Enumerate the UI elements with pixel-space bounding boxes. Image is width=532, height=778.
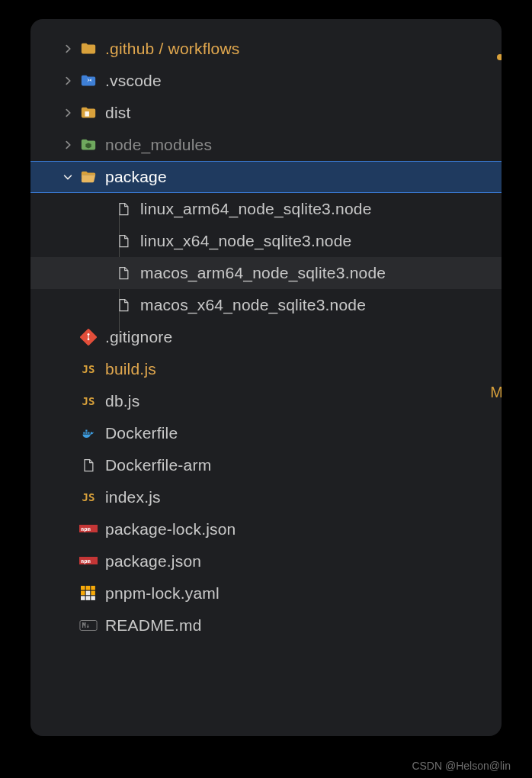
- tree-file[interactable]: .gitignore: [30, 321, 502, 353]
- svg-rect-22: [91, 596, 95, 600]
- tree-item-label: README.md: [105, 616, 202, 635]
- svg-rect-16: [91, 586, 95, 590]
- chevron-right-icon[interactable]: [61, 42, 75, 56]
- file-icon: [114, 264, 133, 282]
- folder-open-icon: [79, 168, 98, 186]
- npm-icon: npm: [79, 552, 98, 571]
- tree-item-label: dist: [105, 104, 130, 122]
- tree-item-label: linux_arm64_node_sqlite3.node: [140, 200, 372, 218]
- folder-dist-icon: [79, 104, 98, 122]
- tree-item-label: macos_arm64_node_sqlite3.node: [140, 264, 386, 282]
- svg-text:npm: npm: [81, 558, 91, 564]
- svg-rect-21: [86, 596, 91, 600]
- tree-file[interactable]: M↓README.md: [30, 609, 502, 641]
- file-icon: [114, 232, 133, 250]
- svg-rect-17: [81, 591, 85, 596]
- watermark-text: CSDN @Helson@lin: [412, 760, 511, 772]
- git-icon: [79, 328, 98, 346]
- svg-rect-9: [85, 430, 87, 432]
- tree-folder[interactable]: package: [30, 161, 502, 193]
- svg-rect-6: [83, 432, 85, 434]
- tree-item-label: .gitignore: [105, 328, 172, 346]
- js-icon: JS: [79, 392, 98, 410]
- svg-text:M↓: M↓: [82, 622, 90, 629]
- tree-item-label: db.js: [105, 392, 139, 410]
- tree-item-label: Dockerfile: [105, 424, 178, 442]
- tree-item-label: pnpm-lock.yaml: [105, 584, 220, 603]
- js-icon: JS: [79, 488, 98, 506]
- file-icon: [114, 200, 133, 218]
- chevron-right-icon[interactable]: [61, 138, 75, 152]
- svg-rect-14: [81, 586, 85, 590]
- svg-text:npm: npm: [81, 526, 91, 532]
- tree-folder[interactable]: dist: [30, 97, 502, 129]
- tree-item-label: index.js: [105, 488, 161, 506]
- js-icon: JS: [79, 360, 98, 378]
- tree-file[interactable]: Dockerfile-arm: [30, 449, 502, 481]
- tree-file[interactable]: pnpm-lock.yaml: [30, 577, 502, 609]
- tree-file[interactable]: macos_x64_node_sqlite3.node: [30, 289, 502, 321]
- svg-rect-8: [88, 432, 89, 434]
- tree-item-label: .github / workflows: [105, 40, 240, 58]
- chevron-right-icon[interactable]: [61, 74, 75, 88]
- tree-folder[interactable]: .github / workflows: [30, 33, 502, 65]
- chevron-right-icon[interactable]: [61, 106, 75, 120]
- svg-rect-7: [85, 432, 87, 434]
- npm-icon: npm: [79, 520, 98, 538]
- file-tree: .github / workflows.vscodedistnode_modul…: [30, 19, 502, 641]
- tree-item-label: .vscode: [105, 72, 162, 90]
- chevron-down-icon[interactable]: [61, 170, 75, 184]
- tree-item-label: macos_x64_node_sqlite3.node: [140, 296, 366, 314]
- tree-folder[interactable]: node_modules: [30, 129, 502, 161]
- pnpm-icon: [79, 584, 98, 603]
- tree-folder[interactable]: .vscode: [30, 65, 502, 97]
- folder-vscode-icon: [79, 72, 98, 90]
- tree-file[interactable]: JSdb.js: [30, 385, 502, 417]
- svg-rect-15: [86, 586, 91, 590]
- tree-file[interactable]: macos_arm64_node_sqlite3.node: [30, 257, 502, 289]
- md-icon: M↓: [79, 616, 98, 635]
- svg-rect-18: [86, 591, 91, 596]
- tree-item-label: package-lock.json: [105, 520, 236, 538]
- tree-file[interactable]: JSindex.js: [30, 481, 502, 513]
- tree-file[interactable]: npmpackage.json: [30, 545, 502, 577]
- tree-item-label: package.json: [105, 552, 201, 571]
- tree-file[interactable]: JSbuild.js: [30, 353, 502, 385]
- file-icon: [114, 296, 133, 314]
- file-icon: [79, 456, 98, 474]
- svg-rect-0: [85, 111, 89, 116]
- svg-rect-19: [91, 591, 95, 596]
- tree-file[interactable]: Dockerfile: [30, 417, 502, 449]
- tree-file[interactable]: linux_arm64_node_sqlite3.node: [30, 193, 502, 225]
- svg-rect-20: [81, 596, 85, 600]
- tree-item-label: package: [105, 168, 167, 186]
- file-explorer-panel: M .github / workflows.vscodedistnode_mod…: [30, 19, 502, 736]
- tree-file[interactable]: npmpackage-lock.json: [30, 513, 502, 545]
- folder-git-icon: [79, 40, 98, 58]
- folder-node-icon: [79, 136, 98, 154]
- tree-item-label: linux_x64_node_sqlite3.node: [140, 232, 351, 250]
- tree-item-label: Dockerfile-arm: [105, 456, 211, 474]
- tree-item-label: build.js: [105, 360, 156, 378]
- tree-file[interactable]: linux_x64_node_sqlite3.node: [30, 225, 502, 257]
- docker-icon: [79, 424, 98, 442]
- tree-item-label: node_modules: [105, 136, 212, 154]
